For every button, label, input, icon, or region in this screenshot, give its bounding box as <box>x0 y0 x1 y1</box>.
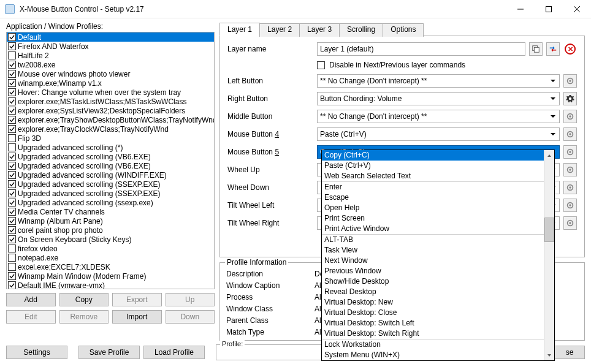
profile-row[interactable]: Upgraded advanced scrolling (*) <box>7 143 214 152</box>
gear-icon[interactable] <box>563 127 577 141</box>
dropdown-item[interactable]: System Menu (WIN+X) <box>322 350 544 360</box>
profile-checkbox[interactable] <box>8 199 16 207</box>
dropdown-item[interactable]: Task View <box>322 245 544 256</box>
import-button[interactable]: Import <box>112 310 162 324</box>
profile-row[interactable]: explorer.exe;TrayClockWClass;TrayNotifyW… <box>7 124 214 134</box>
dropdown-item[interactable]: Copy (Ctrl+C) <box>322 150 544 161</box>
scroll-up-arrow[interactable] <box>544 150 554 161</box>
tab-layer-1[interactable]: Layer 1 <box>219 23 260 36</box>
profile-checkbox[interactable] <box>8 281 16 289</box>
profile-checkbox[interactable] <box>8 143 16 151</box>
profile-checkbox[interactable] <box>8 134 16 142</box>
load-profile-button[interactable]: Load Profile <box>143 346 205 359</box>
swap-layer-button[interactable] <box>546 42 560 56</box>
dropdown-item[interactable]: Enter <box>322 182 544 192</box>
dropdown-item[interactable]: Show/Hide Desktop <box>322 276 544 287</box>
maximize-button[interactable] <box>535 0 563 18</box>
profile-checkbox[interactable] <box>8 51 16 59</box>
profile-row[interactable]: winamp.exe;Winamp v1.x <box>7 78 214 88</box>
profile-row[interactable]: Flip 3D <box>7 134 214 143</box>
tab-scrolling[interactable]: Scrolling <box>339 23 383 37</box>
scroll-thumb[interactable] <box>544 218 554 242</box>
action-combo[interactable]: ** No Change (Don't intercept) ** <box>317 74 560 88</box>
dropdown-item[interactable]: Open Help <box>322 203 544 213</box>
gear-icon[interactable] <box>563 74 577 88</box>
profile-row[interactable]: Upgraded advanced scrolling (WINDIFF.EXE… <box>7 170 214 180</box>
action-combo[interactable]: ** No Change (Don't intercept) ** <box>317 110 560 123</box>
dropdown-item[interactable]: Paste (Ctrl+V) <box>322 161 544 171</box>
profile-checkbox[interactable] <box>8 70 16 78</box>
profile-list[interactable]: DefaultFirefox AND WaterfoxHalfLife 2tw2… <box>6 32 215 289</box>
profile-row[interactable]: Default <box>7 32 214 42</box>
dropdown-item[interactable]: Previous Window <box>322 266 544 276</box>
profile-row[interactable]: excel.exe;EXCEL7;XLDESK <box>7 262 214 271</box>
remove-button[interactable]: Remove <box>59 310 109 324</box>
profile-checkbox[interactable] <box>8 235 16 243</box>
profile-row[interactable]: Winamp Main Window (Modern Frame) <box>7 271 214 281</box>
profile-checkbox[interactable] <box>8 153 16 161</box>
gear-icon[interactable] <box>563 110 577 123</box>
minimize-button[interactable] <box>506 0 535 18</box>
profile-checkbox[interactable] <box>8 254 16 262</box>
profile-checkbox[interactable] <box>8 42 16 50</box>
dropdown-scrollbar[interactable] <box>544 150 554 360</box>
profile-row[interactable]: Upgraded advanced scrolling (VB6.EXE) <box>7 161 214 170</box>
profile-checkbox[interactable] <box>8 171 16 179</box>
action-combo[interactable]: Paste (Ctrl+V) <box>317 127 560 141</box>
copy-button[interactable]: Copy <box>59 293 109 306</box>
profile-checkbox[interactable] <box>8 33 16 41</box>
dropdown-item[interactable]: Lock Workstation <box>322 339 544 350</box>
dropdown-item[interactable]: Print Active Window <box>322 224 544 234</box>
up-button[interactable]: Up <box>166 293 215 306</box>
gear-icon[interactable] <box>563 145 577 159</box>
profile-row[interactable]: corel paint shop pro photo <box>7 226 214 235</box>
dropdown-item[interactable]: Reveal Desktop <box>322 287 544 297</box>
dropdown-item[interactable]: Print Screen <box>322 213 544 224</box>
gear-icon[interactable] <box>563 92 577 105</box>
profile-checkbox[interactable] <box>8 116 16 124</box>
profile-checkbox[interactable] <box>8 125 16 133</box>
save-profile-button[interactable]: Save Profile <box>78 346 140 359</box>
dropdown-item[interactable]: Web Search Selected Text <box>322 171 544 181</box>
layer-name-input[interactable] <box>317 42 525 56</box>
profile-checkbox[interactable] <box>8 97 16 105</box>
disable-layer-checkbox[interactable] <box>317 61 325 69</box>
reset-layer-button[interactable]: ✕ <box>563 42 577 56</box>
add-button[interactable]: Add <box>6 293 56 306</box>
dropdown-item[interactable]: Virtual Desktop: Switch Left <box>322 318 544 328</box>
profile-checkbox[interactable] <box>8 217 16 225</box>
profile-row[interactable]: Firefox AND Waterfox <box>7 42 214 51</box>
profile-checkbox[interactable] <box>8 263 16 271</box>
close-app-button[interactable]: se <box>554 346 585 359</box>
profile-row[interactable]: Hover: Change volume when over the syste… <box>7 88 214 97</box>
settings-button[interactable]: Settings <box>6 346 67 359</box>
export-button[interactable]: Export <box>112 293 162 306</box>
action-combo[interactable]: Button Chording: Volume <box>317 92 560 105</box>
profile-checkbox[interactable] <box>8 226 16 234</box>
gear-icon[interactable] <box>563 181 577 194</box>
edit-button[interactable]: Edit <box>6 310 56 324</box>
profile-row[interactable]: Mouse over windows photo viewer <box>7 69 214 78</box>
profile-checkbox[interactable] <box>8 79 16 87</box>
profile-row[interactable]: tw2008.exe <box>7 60 214 69</box>
profile-row[interactable]: Upgraded advanced scrolling (SSEXP.EXE) <box>7 180 214 189</box>
dropdown-item[interactable]: Virtual Desktop: Close <box>322 308 544 318</box>
profile-row[interactable]: Media Center TV channels <box>7 207 214 216</box>
gear-icon[interactable] <box>563 163 577 176</box>
down-button[interactable]: Down <box>166 310 215 324</box>
profile-row[interactable]: HalfLife 2 <box>7 51 214 60</box>
tab-layer-3[interactable]: Layer 3 <box>299 23 340 37</box>
gear-icon[interactable] <box>563 216 577 230</box>
profile-row[interactable]: explorer.exe;SysListView32;DesktopSpecia… <box>7 106 214 115</box>
scroll-down-arrow[interactable] <box>544 350 554 360</box>
tab-layer-2[interactable]: Layer 2 <box>259 23 300 37</box>
profile-row[interactable]: Winamp (Album Art Pane) <box>7 216 214 226</box>
profile-row[interactable]: notepad.exe <box>7 253 214 262</box>
tab-options[interactable]: Options <box>383 23 424 37</box>
profile-row[interactable]: explorer.exe;MSTaskListWClass;MSTaskSwWC… <box>7 97 214 106</box>
profile-row[interactable]: Upgraded advanced scrolling (SSEXP.EXE) <box>7 189 214 198</box>
profile-checkbox[interactable] <box>8 208 16 216</box>
profile-row[interactable]: Default IME (vmware-vmx) <box>7 281 214 289</box>
profile-checkbox[interactable] <box>8 107 16 115</box>
profile-checkbox[interactable] <box>8 61 16 69</box>
